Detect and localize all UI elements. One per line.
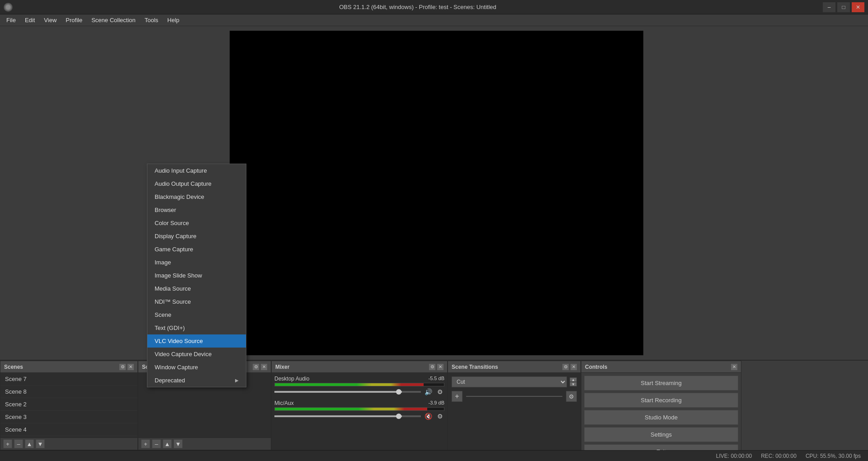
ctx-deprecated-arrow: ▶ bbox=[235, 378, 239, 383]
mixer-desktop-settings-btn[interactable]: ⚙ bbox=[435, 387, 444, 396]
statusbar: LIVE: 00:00:00 REC: 00:00:00 CPU: 55.5%,… bbox=[0, 450, 868, 461]
transitions-content: Cut Fade Swipe Slide ▲ ▼ + ⚙ bbox=[448, 373, 580, 450]
ctx-item-display-capture[interactable]: Display Capture bbox=[147, 230, 246, 243]
transitions-spin-up[interactable]: ▲ bbox=[570, 377, 577, 382]
minimize-button[interactable]: – bbox=[823, 2, 835, 12]
studio-mode-button[interactable]: Studio Mode bbox=[584, 410, 738, 425]
mixer-mic-slider[interactable] bbox=[274, 415, 421, 417]
transitions-title: Scene Transitions bbox=[452, 364, 498, 370]
menu-scene-collection[interactable]: Scene Collection bbox=[87, 15, 140, 25]
transitions-spin-down[interactable]: ▼ bbox=[570, 382, 577, 386]
controls-title: Controls bbox=[585, 364, 607, 370]
source-remove-btn[interactable]: – bbox=[152, 439, 161, 448]
preview-canvas bbox=[230, 31, 643, 355]
menubar: File Edit View Profile Scene Collection … bbox=[0, 14, 868, 26]
ctx-item-vlc-video[interactable]: VLC Video Source bbox=[147, 334, 246, 348]
scene-item[interactable]: Scene 3 bbox=[0, 411, 137, 423]
mixer-panel: Mixer ⚙ ✕ Desktop Audio -5.5 dB bbox=[271, 361, 448, 450]
window-title: OBS 21.1.2 (64bit, windows) - Profile: t… bbox=[13, 4, 823, 10]
transitions-select[interactable]: Cut Fade Swipe Slide bbox=[452, 376, 567, 387]
transitions-gear-btn[interactable]: ⚙ bbox=[566, 391, 577, 402]
source-down-btn[interactable]: ▼ bbox=[174, 439, 183, 448]
scenes-panel-header: Scenes ⚙ ✕ bbox=[0, 361, 137, 373]
menu-profile[interactable]: Profile bbox=[61, 15, 87, 25]
settings-button[interactable]: Settings bbox=[584, 427, 738, 442]
scene-add-btn[interactable]: + bbox=[3, 439, 12, 448]
mixer-desktop-mute-btn[interactable]: 🔊 bbox=[424, 387, 433, 396]
mixer-header-controls: ⚙ ✕ bbox=[429, 364, 443, 370]
ctx-item-text-gdi[interactable]: Text (GDI+) bbox=[147, 321, 246, 334]
ctx-item-blackmagic[interactable]: Blackmagic Device bbox=[147, 190, 246, 203]
ctx-item-video-capture[interactable]: Video Capture Device bbox=[147, 348, 246, 361]
start-streaming-button[interactable]: Start Streaming bbox=[584, 376, 738, 390]
context-menu: Audio Input Capture Audio Output Capture… bbox=[147, 164, 246, 387]
scene-item[interactable]: Scene 2 bbox=[0, 398, 137, 411]
controls-panel-header: Controls ✕ bbox=[581, 361, 741, 373]
menu-help[interactable]: Help bbox=[163, 15, 184, 25]
ctx-item-audio-output[interactable]: Audio Output Capture bbox=[147, 177, 246, 190]
scene-item[interactable]: Scene 7 bbox=[0, 373, 137, 386]
ctx-item-window-capture[interactable]: Window Capture bbox=[147, 361, 246, 374]
top-area bbox=[0, 26, 868, 360]
start-recording-button[interactable]: Start Recording bbox=[584, 393, 738, 408]
source-add-btn[interactable]: + bbox=[141, 439, 150, 448]
status-cpu: CPU: 55.5%, 30.00 fps bbox=[806, 453, 861, 459]
mixer-mic-label-row: Mic/Aux -3.9 dB bbox=[274, 400, 444, 406]
menu-edit[interactable]: Edit bbox=[20, 15, 39, 25]
ctx-item-image[interactable]: Image bbox=[147, 256, 246, 269]
titlebar: OBS 21.1.2 (64bit, windows) - Profile: t… bbox=[0, 0, 868, 14]
mixer-desktop-label: Desktop Audio bbox=[274, 376, 309, 382]
mixer-close-btn[interactable]: ✕ bbox=[437, 364, 443, 370]
transitions-add-btn[interactable]: + bbox=[452, 391, 462, 402]
scenes-panel: Scenes ⚙ ✕ Scene 7 Scene 8 Scene 2 Scene… bbox=[0, 361, 138, 450]
sources-close-btn[interactable]: ✕ bbox=[261, 364, 267, 370]
menu-view[interactable]: View bbox=[39, 15, 61, 25]
ctx-item-color-source[interactable]: Color Source bbox=[147, 216, 246, 230]
transitions-add-row: + ⚙ bbox=[452, 391, 577, 402]
mixer-channel-desktop: Desktop Audio -5.5 dB 🔊 ⚙ bbox=[274, 376, 444, 396]
mixer-mic-settings-btn[interactable]: ⚙ bbox=[435, 412, 444, 421]
ctx-item-deprecated[interactable]: Deprecated ▶ bbox=[147, 374, 246, 387]
scenes-close-btn[interactable]: ✕ bbox=[127, 364, 134, 370]
scene-up-btn[interactable]: ▲ bbox=[25, 439, 34, 448]
ctx-item-ndi-source[interactable]: NDI™ Source bbox=[147, 295, 246, 308]
scene-remove-btn[interactable]: – bbox=[14, 439, 23, 448]
transitions-close-btn[interactable]: ✕ bbox=[571, 364, 577, 370]
sources-settings-btn[interactable]: ⚙ bbox=[253, 364, 259, 370]
scenes-footer: + – ▲ ▼ bbox=[0, 437, 137, 450]
mixer-content: Desktop Audio -5.5 dB 🔊 ⚙ bbox=[272, 373, 447, 450]
transitions-divider bbox=[466, 396, 562, 397]
sources-header-controls: ⚙ ✕ bbox=[253, 364, 267, 370]
mixer-mic-meter-fill bbox=[275, 408, 427, 410]
scene-down-btn[interactable]: ▼ bbox=[36, 439, 45, 448]
transitions-header-controls: ⚙ ✕ bbox=[562, 364, 577, 370]
mixer-mic-mute-btn[interactable]: 🔇 bbox=[424, 412, 433, 421]
ctx-item-scene[interactable]: Scene bbox=[147, 308, 246, 321]
mixer-desktop-db: -5.5 dB bbox=[429, 376, 444, 382]
menu-file[interactable]: File bbox=[2, 15, 20, 25]
controls-panel: Controls ✕ Start Streaming Start Recordi… bbox=[581, 361, 741, 450]
ctx-item-media-source[interactable]: Media Source bbox=[147, 282, 246, 295]
ctx-item-browser[interactable]: Browser bbox=[147, 203, 246, 216]
scene-item[interactable]: Scene 8 bbox=[0, 386, 137, 398]
ctx-item-game-capture[interactable]: Game Capture bbox=[147, 243, 246, 256]
ctx-item-image-slideshow[interactable]: Image Slide Show bbox=[147, 269, 246, 282]
controls-close-btn[interactable]: ✕ bbox=[731, 364, 737, 370]
source-up-btn[interactable]: ▲ bbox=[163, 439, 172, 448]
mixer-channel-mic: Mic/Aux -3.9 dB 🔇 ⚙ bbox=[274, 400, 444, 421]
maximize-button[interactable]: □ bbox=[837, 2, 850, 12]
menu-tools[interactable]: Tools bbox=[140, 15, 163, 25]
ctx-item-audio-input[interactable]: Audio Input Capture bbox=[147, 164, 246, 177]
window-controls: – □ ✕ bbox=[823, 2, 864, 12]
mixer-desktop-slider[interactable] bbox=[274, 391, 421, 393]
close-button[interactable]: ✕ bbox=[852, 2, 864, 12]
mixer-settings-btn[interactable]: ⚙ bbox=[429, 364, 435, 370]
left-panel bbox=[0, 26, 138, 360]
scene-item[interactable]: Scene 4 bbox=[0, 423, 137, 436]
sources-footer: + – ▲ ▼ bbox=[138, 437, 271, 450]
transitions-settings-btn[interactable]: ⚙ bbox=[562, 364, 569, 370]
transitions-spinner: ▲ ▼ bbox=[570, 377, 577, 386]
controls-header-controls: ✕ bbox=[731, 364, 737, 370]
mixer-panel-header: Mixer ⚙ ✕ bbox=[272, 361, 447, 373]
scenes-settings-btn[interactable]: ⚙ bbox=[119, 364, 126, 370]
